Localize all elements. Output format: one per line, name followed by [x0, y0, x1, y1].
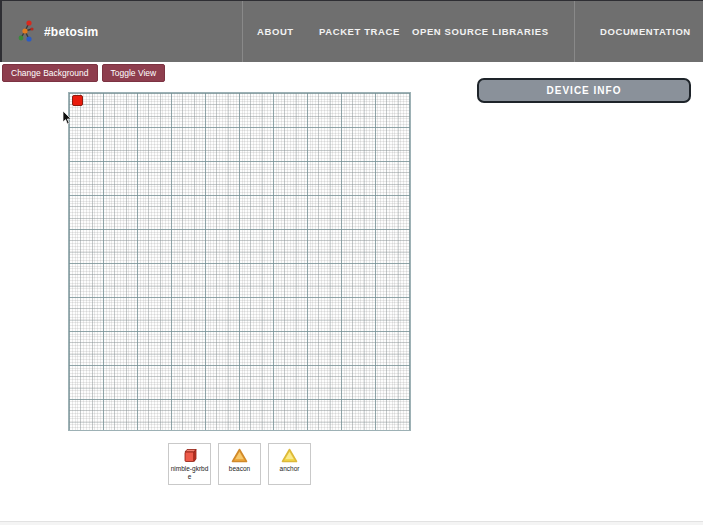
network-logo-icon	[16, 19, 38, 45]
toggle-view-button[interactable]: Toggle View	[102, 64, 166, 82]
mouse-cursor-icon	[62, 111, 72, 125]
simulation-grid-canvas[interactable]	[68, 92, 411, 431]
nav-item-documentation[interactable]: DOCUMENTATION	[600, 26, 691, 37]
app-header: #betosim ABOUT PACKET TRACE OPEN SOURCE …	[0, 0, 703, 62]
palette-label: anchor	[271, 465, 309, 473]
palette-card-nimble-gkrbde[interactable]: nimble-gkrbde	[168, 443, 211, 485]
orange-triangle-icon	[231, 448, 248, 463]
yellow-triangle-icon	[281, 448, 298, 463]
palette-card-anchor[interactable]: anchor	[268, 443, 311, 485]
footer-strip	[0, 521, 703, 525]
change-background-button[interactable]: Change Background	[2, 64, 98, 82]
toolbar: Change Background Toggle View	[2, 64, 165, 82]
device-info-panel[interactable]: DEVICE INFO	[477, 78, 691, 103]
red-cube-icon	[181, 448, 198, 463]
nav-item-open-source-libraries[interactable]: OPEN SOURCE LIBRARIES	[412, 26, 549, 37]
nav-item-about[interactable]: ABOUT	[257, 26, 294, 37]
nav-divider-right	[574, 1, 575, 63]
device-info-title: DEVICE INFO	[547, 85, 622, 96]
palette-card-beacon[interactable]: beacon	[218, 443, 261, 485]
brand-title: #betosim	[44, 25, 98, 39]
device-palette: nimble-gkrbde beacon anchor	[168, 443, 311, 485]
nav-divider-left	[242, 1, 243, 63]
red-square-device-node[interactable]	[72, 95, 83, 106]
palette-label: beacon	[221, 465, 259, 473]
nav-item-packet-trace[interactable]: PACKET TRACE	[319, 26, 400, 37]
brand[interactable]: #betosim	[16, 18, 98, 46]
app-root: #betosim ABOUT PACKET TRACE OPEN SOURCE …	[0, 0, 703, 525]
palette-label: nimble-gkrbde	[171, 465, 209, 481]
